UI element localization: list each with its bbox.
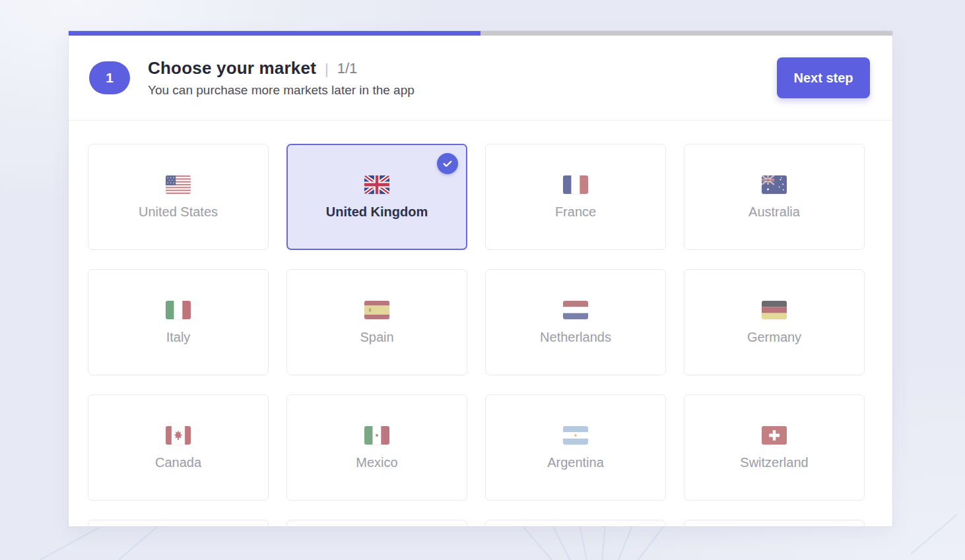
- es-flag-icon: [364, 301, 389, 319]
- market-label: Switzerland: [740, 456, 808, 469]
- wizard-progress-bar: [69, 31, 892, 36]
- nl-flag-icon: [563, 301, 588, 319]
- market-card-germany[interactable]: Germany: [684, 269, 865, 375]
- au-flag-icon: [762, 175, 787, 194]
- market-label: Canada: [155, 456, 201, 469]
- market-card-italy[interactable]: Italy: [88, 269, 269, 375]
- wizard-header: 1 Choose your market | 1/1 You can purch…: [69, 36, 892, 121]
- ch-flag-icon: [762, 426, 787, 445]
- de-flag-icon: [762, 301, 787, 319]
- market-card-partial[interactable]: [485, 520, 666, 526]
- mx-flag-icon: [364, 426, 389, 445]
- market-card-netherlands[interactable]: Netherlands: [485, 269, 666, 375]
- wizard-progress-fill: [69, 31, 481, 36]
- market-wizard-panel: 1 Choose your market | 1/1 You can purch…: [69, 31, 892, 526]
- market-card-partial[interactable]: [684, 520, 865, 526]
- fr-flag-icon: [563, 175, 588, 194]
- gb-flag-icon: [364, 175, 389, 194]
- market-card-switzerland[interactable]: Switzerland: [684, 394, 865, 501]
- market-label: Mexico: [356, 456, 397, 469]
- market-label: France: [555, 205, 596, 218]
- market-card-united-states[interactable]: United States: [88, 144, 269, 250]
- market-label: United States: [139, 205, 218, 218]
- us-flag-icon: [166, 175, 191, 194]
- ar-flag-icon: [563, 426, 588, 445]
- market-label: Germany: [747, 330, 801, 344]
- step-number-badge: 1: [89, 61, 130, 94]
- market-label: United Kingdom: [326, 205, 428, 218]
- market-card-canada[interactable]: Canada: [88, 394, 269, 501]
- wizard-header-text: Choose your market | 1/1 You can purchas…: [148, 58, 415, 98]
- step-counter: 1/1: [337, 60, 358, 77]
- market-card-partial[interactable]: [286, 520, 467, 526]
- ca-flag-icon: [166, 426, 191, 445]
- page-title: Choose your market: [148, 58, 316, 78]
- market-card-spain[interactable]: Spain: [286, 269, 467, 375]
- markets-grid[interactable]: United StatesUnited KingdomFranceAustral…: [69, 121, 892, 526]
- market-card-mexico[interactable]: Mexico: [286, 394, 467, 501]
- market-card-argentina[interactable]: Argentina: [485, 394, 666, 501]
- title-row: Choose your market | 1/1: [148, 58, 415, 78]
- market-card-france[interactable]: France: [485, 144, 666, 250]
- wizard-subtitle: You can purchase more markets later in t…: [148, 83, 415, 98]
- selected-check-icon: [437, 153, 458, 174]
- market-card-partial[interactable]: [88, 520, 269, 526]
- next-step-button[interactable]: Next step: [777, 57, 870, 98]
- market-label: Spain: [360, 330, 393, 344]
- title-separator: |: [325, 61, 329, 78]
- market-card-united-kingdom[interactable]: United Kingdom: [286, 144, 467, 250]
- market-label: Netherlands: [540, 330, 611, 344]
- it-flag-icon: [166, 301, 191, 319]
- market-label: Australia: [749, 205, 800, 218]
- market-card-australia[interactable]: Australia: [684, 144, 865, 250]
- market-label: Argentina: [547, 456, 604, 469]
- market-label: Italy: [166, 330, 191, 344]
